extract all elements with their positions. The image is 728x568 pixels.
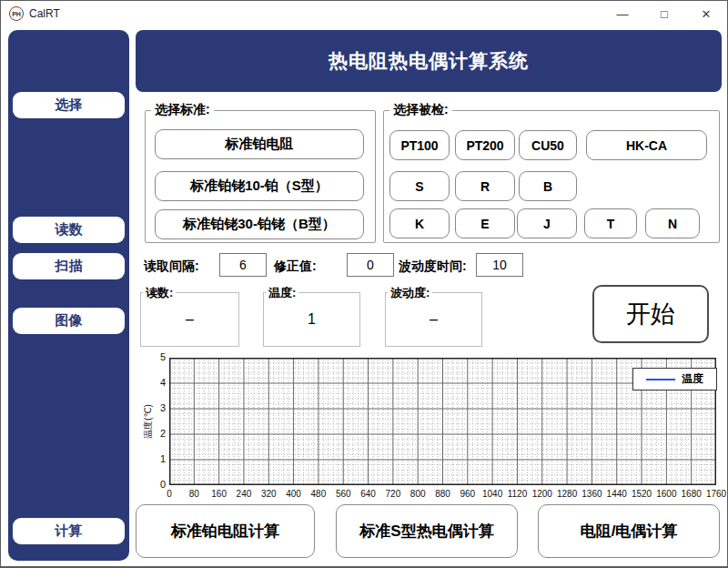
dut-group-legend: 选择被检: <box>389 102 452 118</box>
x-axis-tick-label: 1520 <box>632 489 652 499</box>
titlebar: PH CalRT — □ ✕ <box>1 1 727 26</box>
x-axis-tick-label: 960 <box>460 489 475 499</box>
dut-button-pt200[interactable]: PT200 <box>455 130 515 160</box>
sidebar-item-calculate[interactable]: 计算 <box>13 518 125 544</box>
window-title: CalRT <box>29 7 60 20</box>
y-axis-tick-label: 0 <box>144 479 166 490</box>
app-logo-text: PH <box>12 11 21 17</box>
dut-button-hk-ca[interactable]: HK-CA <box>586 130 707 160</box>
standard-group: 选择标准: 标准铂电阻 标准铂铑10-铂（S型） 标准铂铑30-铂铑（B型） <box>145 110 376 243</box>
dut-button-n[interactable]: N <box>645 208 700 238</box>
standard-pt-resistance-calc-button[interactable]: 标准铂电阻计算 <box>136 504 315 558</box>
standard-s-thermocouple-calc-button[interactable]: 标准S型热电偶计算 <box>336 504 518 558</box>
x-axis-tick-label: 480 <box>311 489 327 499</box>
y-axis-tick-label: 3 <box>144 402 166 413</box>
standard-s-type-button[interactable]: 标准铂铑10-铂（S型） <box>155 171 364 201</box>
page-title: 热电阻热电偶计算系统 <box>329 48 529 74</box>
chart-legend: 温度 <box>632 368 717 390</box>
reading-display-value: – <box>141 293 238 346</box>
header-banner: 热电阻热电偶计算系统 <box>136 30 722 92</box>
x-axis-tick-label: 240 <box>237 489 252 499</box>
x-axis-tick-label: 320 <box>261 489 277 499</box>
temperature-display-box: 温度: 1 <box>263 292 360 347</box>
dut-button-k[interactable]: K <box>389 208 450 238</box>
temperature-chart: 温度(℃) 012345 080160240320400480560640720… <box>142 354 728 502</box>
maximize-icon[interactable]: □ <box>643 1 685 26</box>
reading-display-box: 读数: – <box>140 292 239 347</box>
y-axis-tick-label: 4 <box>144 377 166 388</box>
x-axis-tick-label: 1200 <box>532 489 552 499</box>
sidebar-item-scan[interactable]: 扫描 <box>13 253 125 279</box>
y-axis-tick-label: 1 <box>144 453 166 464</box>
x-axis-tick-label: 0 <box>167 489 172 499</box>
dut-button-r[interactable]: R <box>455 171 515 201</box>
x-axis-tick-label: 1280 <box>557 489 577 499</box>
x-axis-tick-label: 800 <box>410 489 426 499</box>
x-axis-tick-label: 400 <box>286 489 301 499</box>
dut-button-e[interactable]: E <box>455 208 515 238</box>
app-window: PH CalRT — □ ✕ 选择 读数 扫描 图像 计算 热电阻热电偶计算系统… <box>0 0 728 568</box>
dut-button-s[interactable]: S <box>389 171 450 201</box>
start-button[interactable]: 开始 <box>592 285 709 343</box>
fluctuation-display-value: – <box>386 293 481 346</box>
minimize-icon[interactable]: — <box>602 1 643 26</box>
dut-group: 选择被检: PT100 PT200 CU50 HK-CA S R B K E J… <box>383 110 720 243</box>
standard-b-type-button[interactable]: 标准铂铑30-铂铑（B型） <box>155 209 364 239</box>
chart-y-axis-label: 温度(℃) <box>142 390 155 453</box>
y-axis-tick-label: 2 <box>144 428 166 439</box>
app-logo-icon: PH <box>9 6 24 21</box>
standard-group-legend: 选择标准: <box>151 102 214 118</box>
x-axis-tick-label: 1680 <box>682 489 702 499</box>
sidebar: 选择 读数 扫描 图像 计算 <box>8 30 129 561</box>
x-axis-tick-label: 1040 <box>482 489 502 499</box>
window-controls: — □ ✕ <box>602 1 727 26</box>
correction-label: 修正值: <box>274 259 317 275</box>
x-axis-tick-label: 160 <box>211 489 227 499</box>
x-axis-tick-label: 1120 <box>508 489 528 499</box>
dut-button-t[interactable]: T <box>584 208 637 238</box>
sidebar-item-image[interactable]: 图像 <box>13 308 125 334</box>
read-interval-input[interactable] <box>219 253 267 277</box>
x-axis-tick-label: 1600 <box>656 489 676 499</box>
fluctuation-time-input[interactable] <box>476 253 523 277</box>
fluctuation-time-label: 波动度时间: <box>399 259 467 275</box>
x-axis-tick-label: 560 <box>336 489 351 499</box>
sidebar-item-reading[interactable]: 读数 <box>13 217 125 243</box>
close-icon[interactable]: ✕ <box>685 1 727 26</box>
y-axis-tick-label: 5 <box>144 351 166 362</box>
temperature-display-value: 1 <box>264 293 359 346</box>
x-axis-tick-label: 1440 <box>607 489 627 499</box>
sidebar-item-select[interactable]: 选择 <box>13 92 125 118</box>
x-axis-tick-label: 1360 <box>581 489 602 499</box>
fluctuation-display-box: 波动度: – <box>385 292 482 347</box>
legend-line-icon <box>646 379 675 380</box>
legend-series-label: 温度 <box>682 371 703 387</box>
dut-button-b[interactable]: B <box>519 171 577 201</box>
resistance-thermocouple-calc-button[interactable]: 电阻/电偶计算 <box>538 504 720 558</box>
dut-button-j[interactable]: J <box>517 208 577 238</box>
read-interval-label: 读取间隔: <box>144 259 199 275</box>
x-axis-tick-label: 80 <box>189 489 199 499</box>
dut-button-pt100[interactable]: PT100 <box>389 130 450 160</box>
standard-pt-resistance-button[interactable]: 标准铂电阻 <box>155 129 364 159</box>
correction-input[interactable] <box>347 253 394 277</box>
x-axis-tick-label: 640 <box>360 489 376 499</box>
x-axis-tick-label: 1760 <box>706 489 726 499</box>
x-axis-tick-label: 720 <box>386 489 401 499</box>
x-axis-tick-label: 880 <box>435 489 450 499</box>
dut-button-cu50[interactable]: CU50 <box>519 130 577 160</box>
